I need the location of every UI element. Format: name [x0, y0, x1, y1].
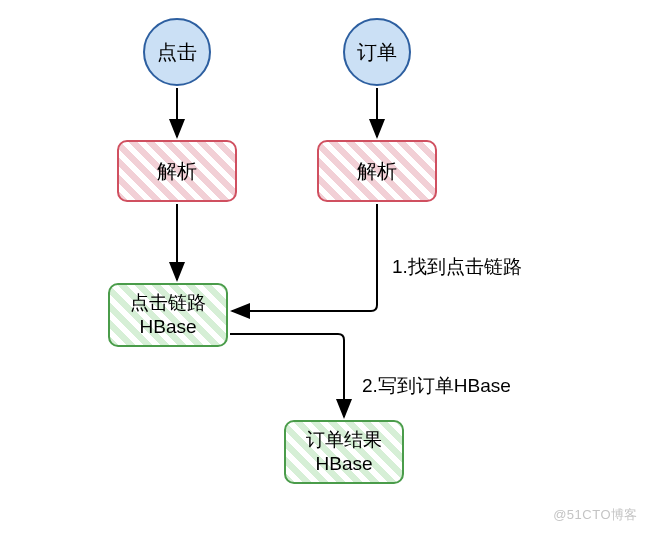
click-chain-hbase-line1: 点击链路: [130, 291, 206, 315]
edge-click-db-to-order-db: [230, 334, 344, 417]
click-chain-hbase-node: 点击链路 HBase: [108, 283, 228, 347]
start-click-node: 点击: [143, 18, 211, 86]
order-result-hbase-node: 订单结果 HBase: [284, 420, 404, 484]
start-order-node: 订单: [343, 18, 411, 86]
edge-label-write-order-hbase: 2.写到订单HBase: [362, 373, 511, 399]
parse-order-node: 解析: [317, 140, 437, 202]
start-click-label: 点击: [157, 39, 197, 66]
start-order-label: 订单: [357, 39, 397, 66]
click-chain-hbase-line2: HBase: [139, 315, 196, 339]
parse-order-label: 解析: [357, 158, 397, 185]
edge-parse-order-to-click-db: [232, 204, 377, 311]
edge-label-find-click-chain: 1.找到点击链路: [392, 254, 522, 280]
order-result-hbase-line1: 订单结果: [306, 428, 382, 452]
watermark-text: @51CTO博客: [553, 506, 638, 524]
parse-click-label: 解析: [157, 158, 197, 185]
order-result-hbase-line2: HBase: [315, 452, 372, 476]
parse-click-node: 解析: [117, 140, 237, 202]
